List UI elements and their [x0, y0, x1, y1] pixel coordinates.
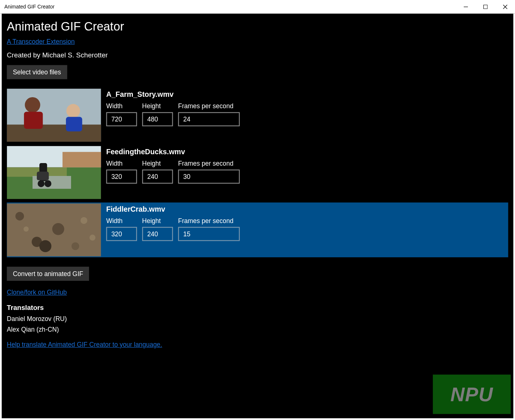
video-filename: FiddlerCrab.wmv — [106, 205, 240, 213]
svg-point-8 — [66, 104, 80, 118]
svg-point-20 — [15, 212, 24, 220]
watermark-badge: NPU — [433, 375, 511, 414]
svg-point-21 — [52, 223, 64, 235]
fps-input[interactable] — [178, 112, 240, 126]
width-input[interactable] — [106, 112, 137, 126]
svg-point-22 — [81, 217, 88, 224]
video-filename: A_Farm_Story.wmv — [106, 90, 240, 99]
fps-label: Frames per second — [178, 217, 240, 225]
fps-input[interactable] — [178, 227, 240, 241]
svg-point-17 — [45, 180, 52, 187]
video-item[interactable]: A_Farm_Story.wmv Width Height Frames per… — [7, 88, 508, 142]
height-label: Height — [142, 217, 173, 225]
width-input[interactable] — [106, 227, 137, 241]
svg-rect-1 — [484, 5, 487, 8]
translator-entry: Alex Qian (zh-CN) — [7, 326, 508, 333]
svg-rect-7 — [24, 112, 43, 129]
svg-rect-5 — [7, 124, 101, 142]
video-thumbnail — [7, 203, 101, 256]
height-input[interactable] — [142, 227, 173, 241]
svg-point-27 — [24, 226, 29, 232]
height-label: Height — [142, 102, 173, 110]
video-item[interactable]: FeedingtheDucks.wmv Width Height Frames … — [7, 145, 508, 200]
height-input[interactable] — [142, 112, 173, 126]
svg-point-25 — [39, 240, 52, 252]
window-title: Animated GIF Creator — [4, 4, 55, 10]
svg-point-26 — [89, 234, 95, 240]
video-filename: FeedingtheDucks.wmv — [106, 148, 240, 156]
maximize-icon[interactable] — [476, 0, 495, 14]
video-list: A_Farm_Story.wmv Width Height Frames per… — [7, 88, 508, 257]
video-thumbnail — [7, 146, 101, 199]
fps-label: Frames per second — [178, 160, 240, 167]
page-title: Animated GIF Creator — [7, 20, 508, 33]
height-input[interactable] — [142, 170, 173, 184]
fps-input[interactable] — [178, 170, 240, 184]
svg-marker-13 — [63, 152, 101, 167]
select-video-files-button[interactable]: Select video files — [7, 65, 67, 79]
translator-entry: Daniel Morozov (RU) — [7, 315, 508, 322]
width-label: Width — [106, 160, 137, 167]
app-client-area: Animated GIF Creator A Transcoder Extens… — [2, 14, 514, 418]
svg-point-24 — [71, 242, 79, 250]
width-input[interactable] — [106, 170, 137, 184]
created-by-text: Created by Michael S. Scherotter — [7, 52, 508, 59]
translators-heading: Translators — [7, 304, 508, 312]
help-translate-link[interactable]: Help translate Animated GIF Creator to y… — [7, 341, 162, 348]
convert-button[interactable]: Convert to animated GIF — [7, 267, 89, 281]
svg-rect-9 — [66, 117, 82, 131]
video-item[interactable]: FiddlerCrab.wmv Width Height Frames per … — [7, 202, 508, 257]
svg-point-16 — [38, 180, 45, 187]
video-thumbnail — [7, 89, 101, 142]
svg-rect-18 — [37, 172, 49, 180]
github-link[interactable]: Clone/fork on GitHub — [7, 289, 67, 296]
close-icon[interactable] — [495, 0, 515, 14]
width-label: Width — [106, 102, 137, 110]
window-titlebar: Animated GIF Creator — [0, 0, 515, 14]
height-label: Height — [142, 160, 173, 167]
fps-label: Frames per second — [178, 102, 240, 110]
transcoder-extension-link[interactable]: A Transcoder Extension — [7, 38, 75, 45]
svg-point-6 — [25, 97, 40, 113]
minimize-icon[interactable] — [456, 0, 476, 14]
width-label: Width — [106, 217, 137, 225]
